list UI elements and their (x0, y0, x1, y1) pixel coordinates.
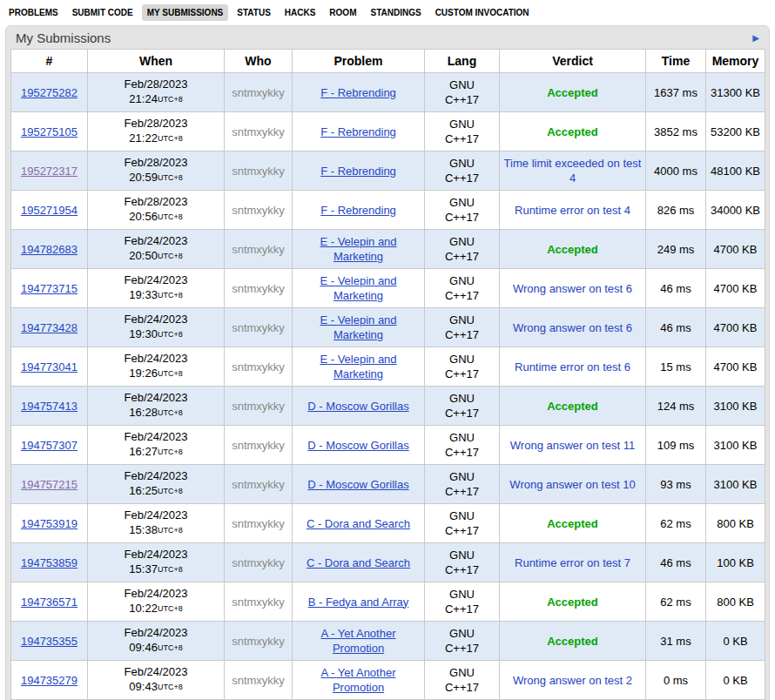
submission-memory-cell: 3100 KB (706, 465, 765, 504)
submission-memory-cell: 800 KB (706, 582, 765, 622)
problem-link[interactable]: D - Moscow Gorillas (307, 478, 408, 491)
submission-time: 15:38 (129, 523, 158, 536)
submission-id-link[interactable]: 194753859 (21, 556, 78, 569)
submission-exec-time-cell: 109 ms (646, 426, 706, 465)
problem-link[interactable]: E - Velepin and Marketing (320, 235, 396, 263)
timezone-label: UTC+8 (158, 604, 183, 613)
nav-item-status[interactable]: STATUS (232, 4, 276, 21)
submission-when-cell: Feb/28/202321:22UTC+8 (88, 112, 225, 151)
author-handle[interactable]: sntmxykky (232, 439, 285, 452)
author-handle[interactable]: sntmxykky (232, 282, 285, 295)
author-handle[interactable]: sntmxykky (232, 360, 285, 374)
submission-time: 19:26 (129, 367, 158, 380)
nav-item-my-submissions[interactable]: MY SUBMISSIONS (142, 4, 229, 21)
submission-memory-cell: 4700 KB (706, 347, 765, 387)
author-handle[interactable]: sntmxykky (232, 243, 285, 256)
submission-exec-time-cell: 46 ms (646, 543, 706, 582)
submission-when-cell: Feb/24/202319:33UTC+8 (88, 269, 225, 308)
problem-link[interactable]: E - Velepin and Marketing (320, 353, 396, 380)
column-header: Problem (293, 50, 425, 73)
nav-item-room[interactable]: ROOM (324, 4, 361, 21)
submission-id-link[interactable]: 194735355 (21, 635, 78, 648)
author-handle[interactable]: sntmxykky (232, 517, 285, 530)
submission-memory-cell: 53200 KB (706, 112, 765, 151)
problem-link[interactable]: E - Velepin and Marketing (320, 274, 396, 302)
submission-id-link[interactable]: 195275282 (21, 86, 78, 99)
author-handle[interactable]: sntmxykky (232, 125, 285, 138)
author-handle[interactable]: sntmxykky (232, 635, 285, 648)
author-handle[interactable]: sntmxykky (232, 321, 285, 334)
submission-id-link[interactable]: 194757307 (21, 439, 78, 452)
author-handle[interactable]: sntmxykky (232, 596, 285, 609)
submission-time: 19:30 (129, 327, 158, 340)
problem-link[interactable]: D - Moscow Gorillas (307, 439, 408, 452)
submission-id-link[interactable]: 194757413 (21, 400, 78, 413)
author-handle[interactable]: sntmxykky (232, 204, 285, 217)
submission-time: 15:37 (129, 562, 158, 575)
problem-link[interactable]: E - Velepin and Marketing (320, 313, 396, 341)
timezone-label: UTC+8 (158, 252, 183, 260)
submission-lang-cell: GNU C++17 (425, 582, 500, 622)
problem-link[interactable]: A - Yet Another Promotion (320, 627, 395, 655)
submission-id-link[interactable]: 194736571 (21, 596, 78, 609)
problem-link[interactable]: B - Fedya and Array (308, 596, 409, 609)
submission-exec-time-cell: 1637 ms (646, 73, 706, 112)
submission-id-link[interactable]: 194757215 (21, 478, 78, 491)
nav-item-standings[interactable]: STANDINGS (365, 4, 426, 21)
submission-id-link[interactable]: 194735279 (21, 674, 78, 687)
submission-id-link[interactable]: 194753919 (21, 517, 78, 530)
author-handle[interactable]: sntmxykky (232, 165, 285, 178)
problem-link[interactable]: F - Rebrending (320, 125, 396, 138)
author-handle[interactable]: sntmxykky (232, 556, 285, 569)
author-handle[interactable]: sntmxykky (232, 400, 285, 413)
submission-id-link[interactable]: 194773715 (21, 282, 78, 295)
submission-author-cell: sntmxykky (225, 308, 293, 347)
timezone-label: UTC+8 (158, 134, 183, 143)
submission-lang-cell: GNU C++17 (425, 387, 500, 426)
submission-date: Feb/24/2023 (91, 273, 220, 287)
author-handle[interactable]: sntmxykky (232, 86, 285, 99)
submission-verdict-cell: Runtime error on test 6 (500, 347, 646, 387)
submission-lang-cell: GNU C++17 (425, 269, 500, 308)
submission-memory-cell: 4700 KB (706, 269, 765, 308)
submission-problem-cell: F - Rebrending (293, 191, 425, 230)
submission-time: 16:25 (129, 484, 158, 497)
timezone-label: UTC+8 (158, 408, 183, 417)
collapse-arrow-icon[interactable]: ▶ (751, 32, 761, 44)
verdict-text: Accepted (547, 634, 598, 649)
author-handle[interactable]: sntmxykky (232, 478, 285, 491)
lang-label: GNU C++17 (438, 313, 487, 342)
problem-link[interactable]: C - Dora and Search (307, 556, 410, 569)
problem-link[interactable]: D - Moscow Gorillas (307, 400, 408, 413)
column-header: Time (646, 50, 706, 73)
submission-when-cell: Feb/28/202320:59UTC+8 (88, 151, 225, 191)
problem-link[interactable]: C - Dora and Search (307, 517, 410, 530)
submission-lang-cell: GNU C++17 (425, 504, 500, 543)
submission-id-link[interactable]: 195271954 (21, 204, 78, 217)
submission-id-link[interactable]: 194773428 (21, 321, 78, 334)
problem-link[interactable]: F - Rebrending (320, 165, 396, 178)
submission-author-cell: sntmxykky (225, 426, 293, 465)
problem-link[interactable]: F - Rebrending (320, 86, 396, 99)
submission-exec-time-cell: 4000 ms (646, 151, 706, 191)
submission-verdict-cell: Accepted (500, 230, 646, 269)
nav-item-problems[interactable]: PROBLEMS (3, 4, 64, 21)
submission-id-link[interactable]: 195275105 (21, 125, 78, 138)
submission-lang-cell: GNU C++17 (425, 622, 500, 661)
submission-author-cell: sntmxykky (225, 543, 293, 582)
submission-id-link[interactable]: 194773041 (21, 360, 78, 374)
nav-item-custom-invocation[interactable]: CUSTOM INVOCATION (430, 4, 535, 21)
nav-item-hacks[interactable]: HACKS (280, 4, 321, 21)
submission-verdict-cell: Wrong answer on test 11 (500, 426, 646, 465)
problem-link[interactable]: F - Rebrending (320, 204, 396, 217)
author-handle[interactable]: sntmxykky (232, 674, 285, 687)
submission-id-cell: 194735279 (11, 661, 88, 700)
submission-id-link[interactable]: 194782683 (21, 243, 78, 256)
problem-link[interactable]: A - Yet Another Promotion (320, 666, 395, 694)
nav-item-submit-code[interactable]: SUBMIT CODE (67, 4, 138, 21)
submission-author-cell: sntmxykky (225, 465, 293, 504)
submission-row: 195271954 Feb/28/202320:56UTC+8 sntmxykk… (11, 191, 765, 230)
submission-id-link[interactable]: 195272317 (21, 165, 78, 178)
submission-exec-time-cell: 3852 ms (646, 112, 706, 151)
submission-when-cell: Feb/28/202320:56UTC+8 (88, 191, 225, 230)
